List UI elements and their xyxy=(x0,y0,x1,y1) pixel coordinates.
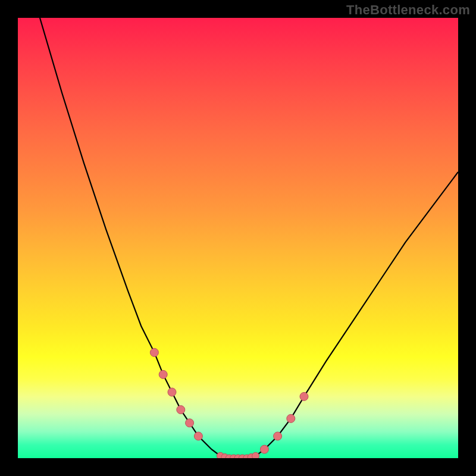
chart-frame: TheBottleneck.com xyxy=(0,0,476,476)
data-point xyxy=(194,432,202,440)
chart-svg xyxy=(18,18,458,458)
bottleneck-curve xyxy=(40,18,458,458)
plot-area xyxy=(18,18,458,458)
valley-dots xyxy=(217,452,259,458)
data-point xyxy=(252,452,259,458)
data-point xyxy=(287,414,295,422)
data-point xyxy=(186,419,194,427)
data-point xyxy=(300,392,308,400)
data-point xyxy=(274,432,282,440)
data-point xyxy=(177,406,185,414)
data-point xyxy=(168,388,176,396)
data-point xyxy=(159,370,167,378)
data-point xyxy=(260,445,268,453)
watermark-text: TheBottleneck.com xyxy=(346,2,470,18)
data-point xyxy=(150,348,158,356)
